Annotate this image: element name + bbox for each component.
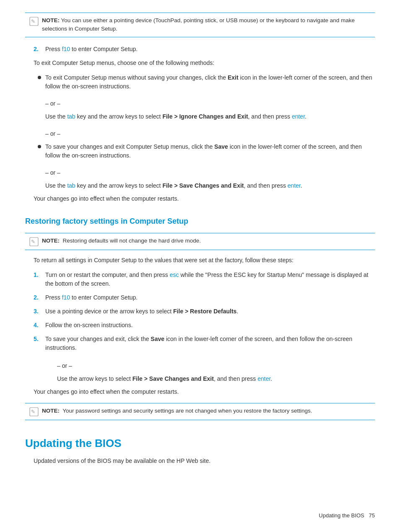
enter-link-2[interactable]: enter — [288, 182, 301, 189]
restore-step-3-content: Use a pointing device or the arrow keys … — [45, 307, 375, 316]
bullet-dot-2 — [38, 145, 41, 148]
or-divider-4: – or – Use the arrow keys to select File… — [25, 357, 375, 383]
restore-step-2-content: Press f10 to enter Computer Setup. — [45, 293, 375, 302]
restore-section-heading: Restoring factory settings in Computer S… — [25, 216, 375, 227]
bullet-section: To exit Computer Setup menus without sav… — [25, 73, 375, 190]
restore-step-3-num: 3. — [34, 307, 41, 316]
svg-text:✎: ✎ — [31, 409, 35, 415]
restore-step-4-num: 4. — [34, 321, 41, 330]
restore-step-5-num: 5. — [34, 335, 41, 352]
top-note-box: ✎ NOTE: You can use either a pointing de… — [25, 13, 375, 37]
restore-step-4: 4. Follow the on-screen instructions. — [25, 321, 375, 330]
tab-link-2[interactable]: tab — [67, 182, 75, 189]
restore-step-4-content: Follow the on-screen instructions. — [45, 321, 375, 330]
restore-note-text: NOTE: Restoring defaults will not change… — [42, 237, 201, 245]
restore-intro: To return all settings in Computer Setup… — [25, 256, 375, 265]
restore-steps: 1. Turn on or restart the computer, and … — [25, 271, 375, 352]
sub-text-2: Use the tab key and the arrow keys to se… — [45, 181, 375, 190]
step2-top-content: Press f10 to enter Computer Setup. — [45, 45, 375, 54]
tab-link-1[interactable]: tab — [67, 113, 75, 120]
sub-text-3: Use the arrow keys to select File > Save… — [57, 374, 375, 383]
bottom-note-box: ✎ NOTE: Your password settings and secur… — [25, 403, 375, 420]
step2-top-num: 2. — [34, 45, 41, 54]
or-divider-1: – or – — [45, 95, 375, 112]
updating-bios-heading: Updating the BIOS — [25, 435, 375, 452]
svg-text:✎: ✎ — [31, 18, 35, 24]
restore-step-1-content: Turn on or restart the computer, and the… — [45, 271, 375, 288]
restore-step-3: 3. Use a pointing device or the arrow ke… — [25, 307, 375, 316]
changes-restart-2: Your changes go into effect when the com… — [25, 387, 375, 396]
f10-link-top[interactable]: f10 — [62, 46, 70, 52]
or-text-4: – or – — [57, 357, 375, 374]
bullet-1-content: To exit Computer Setup menus without sav… — [45, 73, 375, 91]
restore-note-icon: ✎ — [29, 237, 39, 246]
sub-text-1: Use the tab key and the arrow keys to se… — [45, 112, 375, 121]
bullet-dot-1 — [38, 76, 41, 79]
note-icon: ✎ — [29, 17, 39, 26]
restore-step-1: 1. Turn on or restart the computer, and … — [25, 271, 375, 288]
enter-link-3[interactable]: enter — [257, 375, 270, 382]
bullet-item-2: To save your changes and exit Computer S… — [38, 142, 375, 160]
bullet-item-1: To exit Computer Setup menus without sav… — [38, 73, 375, 91]
restore-step-2-num: 2. — [34, 293, 41, 302]
bullet-2-content: To save your changes and exit Computer S… — [45, 142, 375, 160]
exit-intro: To exit Computer Setup menus, choose one… — [25, 59, 375, 67]
esc-link[interactable]: esc — [170, 271, 179, 278]
restore-step-2: 2. Press f10 to enter Computer Setup. — [25, 293, 375, 302]
svg-text:✎: ✎ — [31, 239, 35, 245]
restore-step-1-num: 1. — [34, 271, 41, 288]
top-note-text: NOTE: You can use either a pointing devi… — [42, 16, 371, 34]
restore-step-5-content: To save your changes and exit, click the… — [45, 335, 375, 352]
or-divider-2: – or – — [45, 125, 375, 142]
page-footer: Updating the BIOS 75 — [319, 511, 375, 520]
enter-link-1[interactable]: enter — [292, 113, 305, 120]
bottom-note-text: NOTE: Your password settings and securit… — [42, 407, 312, 415]
f10-link-restore[interactable]: f10 — [62, 294, 70, 301]
bottom-note-icon: ✎ — [29, 407, 39, 416]
step2-top: 2. Press f10 to enter Computer Setup. — [25, 45, 375, 54]
changes-restart-1: Your changes go into effect when the com… — [25, 194, 375, 203]
restore-note-box: ✎ NOTE: Restoring defaults will not chan… — [25, 233, 375, 250]
updating-bios-text: Updated versions of the BIOS may be avai… — [25, 457, 375, 465]
or-divider-3: – or – — [45, 164, 375, 181]
restore-step-5: 5. To save your changes and exit, click … — [25, 335, 375, 352]
